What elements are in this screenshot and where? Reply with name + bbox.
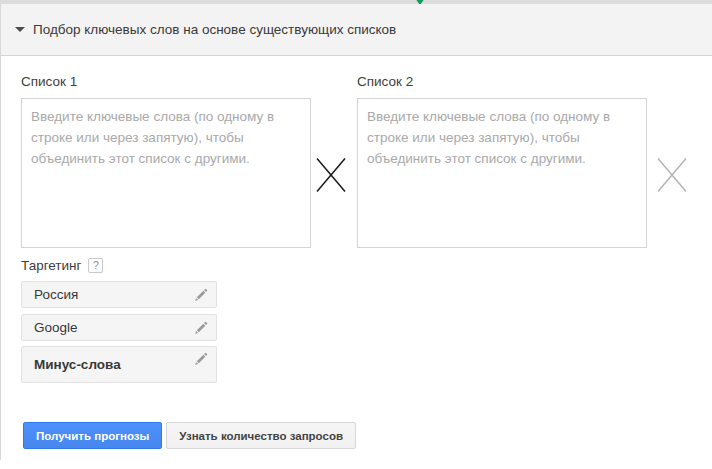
section-header-toggle[interactable]: Подбор ключевых слов на основе существую… (0, 4, 712, 56)
targeting-row-label: Россия (34, 287, 78, 302)
targeting-row-label: Google (34, 320, 78, 335)
multiply-x-icon-inactive (657, 157, 687, 193)
action-buttons: Получить прогнозы Узнать количество запр… (23, 422, 356, 449)
targeting-row-negative-keywords[interactable]: Минус-слова (21, 346, 217, 383)
pencil-icon[interactable] (194, 288, 208, 302)
list2-textarea[interactable] (357, 98, 647, 248)
help-question-icon[interactable]: ? (88, 258, 103, 273)
targeting-label: Таргетинг (21, 258, 81, 273)
targeting-section: Таргетинг ? (21, 258, 103, 273)
list1-label: Список 1 (21, 74, 77, 89)
get-search-volume-button[interactable]: Узнать количество запросов (166, 422, 356, 449)
targeting-row-label: Минус-слова (34, 357, 121, 372)
section-title: Подбор ключевых слов на основе существую… (33, 22, 396, 37)
list1-textarea[interactable] (21, 98, 311, 248)
targeting-row-network[interactable]: Google (21, 314, 217, 341)
keyword-planner-panel: Подбор ключевых слов на основе существую… (0, 0, 712, 469)
multiply-x-icon-active (316, 157, 346, 193)
pencil-icon[interactable] (194, 321, 208, 335)
targeting-row-location[interactable]: Россия (21, 281, 217, 308)
panel-left-border (0, 4, 1, 460)
list2-label: Список 2 (357, 74, 413, 89)
triangle-down-icon (15, 27, 25, 32)
get-forecasts-button[interactable]: Получить прогнозы (23, 422, 162, 449)
pencil-icon[interactable] (194, 352, 208, 366)
